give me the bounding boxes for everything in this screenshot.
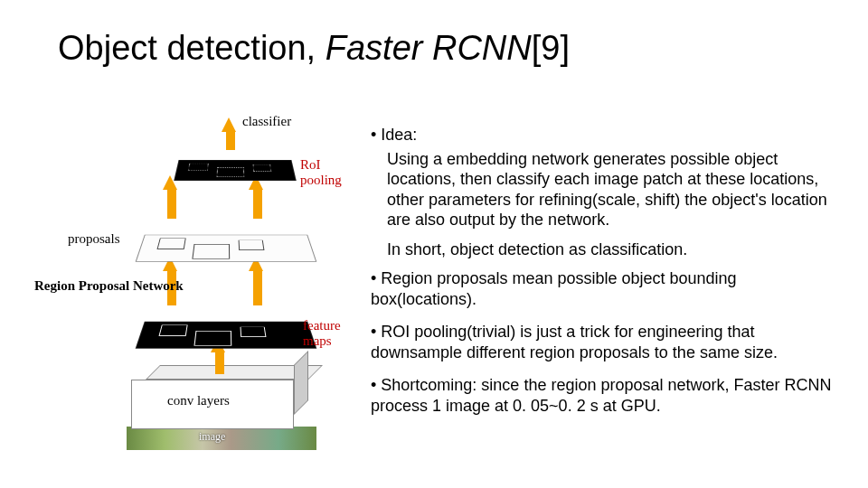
rpn-label: Region Proposal Network — [34, 278, 184, 294]
idea-body: Using a embedding network generates poss… — [387, 149, 841, 230]
content-row: image conv layers feature maps Region Pr… — [45, 117, 841, 470]
idea-short: In short, object detection as classifica… — [387, 239, 841, 260]
slide-title: Object detection, Faster RCNN[9] — [58, 29, 570, 68]
classifier-plane — [174, 160, 297, 181]
arrow-stem-5 — [253, 188, 262, 219]
title-italic: Faster RCNN — [326, 29, 532, 67]
bullet-region-proposals: Region proposals mean possible object bo… — [371, 268, 841, 309]
idea-bullet: Idea: — [371, 125, 841, 145]
arrow-up-icon — [222, 117, 236, 132]
arrow-stem-4 — [167, 188, 176, 219]
bullet-roi-pooling: ROI pooling(trivial) is just a trick for… — [371, 322, 841, 362]
arrow-stem-1 — [215, 351, 224, 374]
proposals-label: proposals — [68, 231, 120, 247]
classifier-label: classifier — [242, 114, 291, 129]
text-column: Idea: Using a embedding network generate… — [362, 117, 841, 470]
arrow-stem-6 — [226, 130, 235, 150]
idea-label: Idea: — [381, 126, 417, 144]
roi-pooling-label: RoI pooling — [300, 157, 362, 188]
bullet-shortcoming: Shortcoming: since the region proposal n… — [371, 375, 841, 416]
image-label: image — [199, 430, 225, 444]
title-prefix: Object detection, — [58, 29, 326, 67]
title-suffix: [9] — [532, 29, 570, 67]
feature-maps-label: feature maps — [303, 318, 362, 349]
arrow-stem-3 — [253, 269, 262, 305]
feature-maps-plane — [136, 322, 317, 349]
proposals-plane — [136, 235, 317, 262]
conv-layers-label: conv layers — [167, 393, 230, 408]
architecture-diagram: image conv layers feature maps Region Pr… — [45, 117, 362, 452]
